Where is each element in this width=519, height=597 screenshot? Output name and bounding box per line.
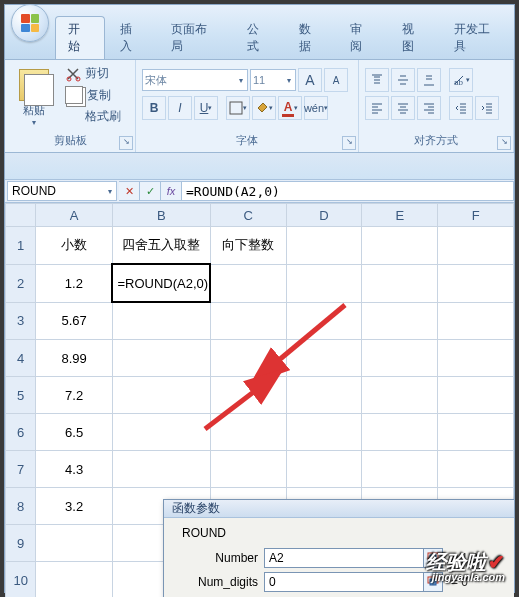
copy-button[interactable]: 复制 [61,85,125,105]
cell-B1[interactable]: 四舍五入取整 [112,227,210,265]
cell-D1[interactable] [286,227,362,265]
select-all-corner[interactable] [6,204,36,227]
field-number-input[interactable]: A2 [264,548,424,568]
indent-icon [480,101,494,115]
align-middle-button[interactable] [391,68,415,92]
cell-C1[interactable]: 向下整数 [210,227,286,265]
svg-text:ab: ab [454,78,463,87]
font-color-icon: A [282,100,295,117]
row-header-1[interactable]: 1 [6,227,36,265]
align-dialog-launcher-icon[interactable]: ↘ [497,136,511,150]
bucket-icon [255,101,269,115]
cell-A8[interactable]: 3.2 [36,488,113,525]
align-right-icon [422,101,436,115]
cell-B2[interactable]: =ROUND(A2,0) [112,264,210,302]
field-digits-input[interactable]: 0 [264,572,424,592]
phonetic-button[interactable]: wén▾ [304,96,328,120]
cell-A2[interactable]: 1.2 [36,264,113,302]
cell[interactable] [112,302,210,340]
group-label-font: 字体 ↘ [142,133,352,150]
cell-A3[interactable]: 5.67 [36,302,113,340]
font-dialog-launcher-icon[interactable]: ↘ [342,136,356,150]
cell-A5[interactable]: 7.2 [36,377,113,414]
name-box[interactable]: ROUND▾ [7,181,117,201]
decrease-indent-button[interactable] [449,96,473,120]
col-header-F[interactable]: F [438,204,514,227]
orientation-icon: ab [452,73,466,87]
cell-F1[interactable] [438,227,514,265]
dialog-function-name: ROUND [182,526,504,540]
tab-developer[interactable]: 开发工具 [441,16,514,59]
cell-A4[interactable]: 8.99 [36,340,113,377]
row-header-10[interactable]: 10 [6,562,36,598]
clipboard-dialog-launcher-icon[interactable]: ↘ [119,136,133,150]
row-header-8[interactable]: 8 [6,488,36,525]
grow-font-button[interactable]: A [298,68,322,92]
align-left-icon [370,101,384,115]
cell-E2[interactable] [362,264,438,302]
align-right-button[interactable] [417,96,441,120]
row-header-2[interactable]: 2 [6,264,36,302]
formula-bar: ROUND▾ ✕ ✓ fx =ROUND(A2,0) [5,180,514,203]
watermark: 经验啦✔ jingyanla.com [426,552,505,583]
col-header-D[interactable]: D [286,204,362,227]
col-header-C[interactable]: C [210,204,286,227]
row-header-9[interactable]: 9 [6,525,36,562]
italic-button[interactable]: I [168,96,192,120]
tab-insert[interactable]: 插入 [107,16,157,59]
dialog-title[interactable]: 函数参数 [164,500,514,518]
tab-review[interactable]: 审阅 [337,16,387,59]
cut-button[interactable]: 剪切 [61,64,125,83]
tab-home[interactable]: 开始 [55,16,105,59]
cell-C2[interactable] [210,264,286,302]
row-header-5[interactable]: 5 [6,377,36,414]
cell-F2[interactable] [438,264,514,302]
cell-E1[interactable] [362,227,438,265]
enter-formula-button[interactable]: ✓ [140,181,161,201]
ribbon-tab-strip: 开始 插入 页面布局 公式 数据 审阅 视图 开发工具 [5,35,514,59]
align-top-icon [370,73,384,87]
tab-data[interactable]: 数据 [286,16,336,59]
align-top-button[interactable] [365,68,389,92]
align-center-button[interactable] [391,96,415,120]
tab-page-layout[interactable]: 页面布局 [158,16,231,59]
cell-A7[interactable]: 4.3 [36,451,113,488]
row-header-4[interactable]: 4 [6,340,36,377]
align-bottom-button[interactable] [417,68,441,92]
cell-A1[interactable]: 小数 [36,227,113,265]
col-header-B[interactable]: B [112,204,210,227]
font-name-combo[interactable]: 宋体▾ [142,69,248,91]
insert-function-button[interactable]: fx [161,181,182,201]
office-button[interactable] [11,4,49,42]
paste-icon [19,69,49,101]
col-header-A[interactable]: A [36,204,113,227]
font-color-button[interactable]: A▾ [278,96,302,120]
paste-button[interactable]: 粘贴 ▾ [11,64,57,130]
font-size-combo[interactable]: 11▾ [250,69,296,91]
tab-view[interactable]: 视图 [389,16,439,59]
orientation-button[interactable]: ab▾ [449,68,473,92]
increase-indent-button[interactable] [475,96,499,120]
scissors-icon [65,66,81,82]
cancel-formula-button[interactable]: ✕ [119,181,140,201]
formula-input[interactable]: =ROUND(A2,0) [182,181,514,201]
row-header-6[interactable]: 6 [6,414,36,451]
bold-button[interactable]: B [142,96,166,120]
align-left-button[interactable] [365,96,389,120]
field-digits-label: Num_digits [178,575,258,589]
svg-rect-2 [230,102,242,114]
worksheet-grid[interactable]: A B C D E F 1 小数 四舍五入取整 向下整数 2 1.2 =ROUN… [5,203,514,597]
align-bottom-icon [422,73,436,87]
col-header-E[interactable]: E [362,204,438,227]
cell-D2[interactable] [286,264,362,302]
fill-color-button[interactable]: ▾ [252,96,276,120]
border-button[interactable]: ▾ [226,96,250,120]
group-clipboard: 粘贴 ▾ 剪切 复制 格式刷 [5,60,136,152]
row-header-3[interactable]: 3 [6,302,36,340]
format-painter-button[interactable]: 格式刷 [61,107,125,126]
shrink-font-button[interactable]: A [324,68,348,92]
tab-formulas[interactable]: 公式 [234,16,284,59]
row-header-7[interactable]: 7 [6,451,36,488]
underline-button[interactable]: U▾ [194,96,218,120]
cell-A6[interactable]: 6.5 [36,414,113,451]
